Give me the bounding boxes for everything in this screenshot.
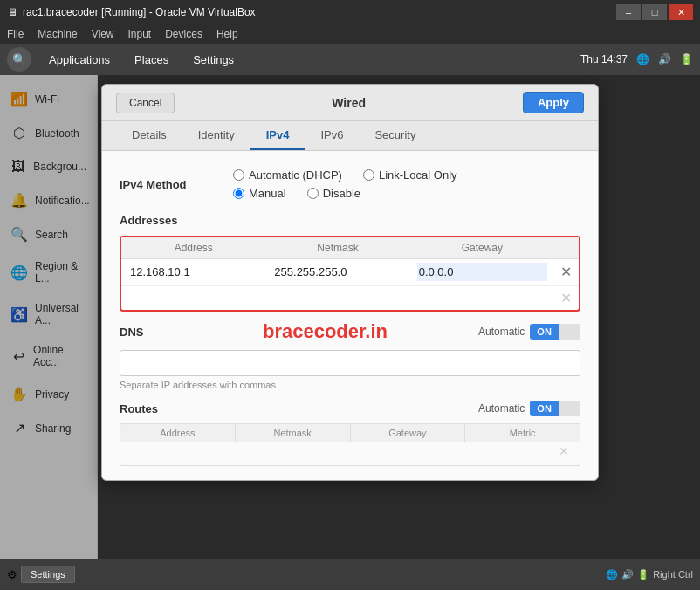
routes-label: Routes: [120, 402, 189, 415]
volume-status-icon: 🔊: [621, 569, 634, 580]
tab-details[interactable]: Details: [116, 121, 182, 150]
dialog-overlay: Cancel Wired Apply Details Identity IPv4…: [0, 75, 700, 559]
dns-label: DNS: [120, 326, 172, 339]
settings-button[interactable]: Settings: [21, 566, 75, 583]
radio-auto-dhcp-label: Automatic (DHCP): [249, 168, 342, 182]
tab-security[interactable]: Security: [359, 121, 431, 150]
routes-empty-1: [120, 442, 230, 465]
dns-toggle-off[interactable]: [559, 324, 580, 340]
addr-delete-button[interactable]: ✕: [560, 265, 572, 279]
addresses-table: Address Netmask Gateway: [120, 236, 580, 312]
title-bar-controls[interactable]: – □ ✕: [616, 4, 693, 20]
title-bar-left: 🖥 rac1.bracecoder [Running] - Oracle VM …: [7, 6, 256, 18]
top-panel-right: Thu 14:37 🌐 🔊 🔋: [580, 53, 693, 65]
dialog-header: Cancel Wired Apply: [102, 85, 598, 121]
radio-row-2: Manual Disable: [233, 187, 457, 200]
volume-icon: 🔊: [658, 53, 671, 65]
title-bar: 🖥 rac1.bracecoder [Running] - Oracle VM …: [0, 0, 700, 24]
radio-auto-dhcp-input[interactable]: [233, 169, 244, 181]
routes-col-gateway: Gateway: [351, 424, 466, 442]
routes-empty-3: [338, 442, 447, 465]
routes-header-row: Routes Automatic ON: [120, 401, 580, 416]
menu-help[interactable]: Help: [216, 28, 238, 40]
addr-col-netmask: Netmask: [265, 237, 409, 258]
top-panel-left: 🔍 Applications Places Settings: [7, 47, 241, 72]
dns-watermark: bracecoder.in: [172, 320, 478, 343]
routes-del-col: ✕: [555, 442, 580, 465]
addr-input-netmask[interactable]: [272, 263, 402, 281]
minimize-button[interactable]: –: [616, 4, 641, 20]
routes-empty-row: ✕: [120, 442, 580, 466]
apply-button[interactable]: Apply: [523, 92, 584, 113]
radio-manual[interactable]: Manual: [233, 187, 286, 200]
dns-header-row: DNS bracecoder.in Automatic ON: [120, 320, 580, 343]
settings-icon: ⚙: [7, 568, 17, 581]
dialog-body: IPv4 Method Automatic (DHCP) Link-Local …: [102, 151, 598, 480]
addr-cell-gateway[interactable]: [410, 259, 554, 285]
dns-toggle-on[interactable]: ON: [530, 324, 559, 340]
routes-auto-label: Automatic: [478, 402, 525, 415]
addr-col-address: Address: [121, 237, 265, 258]
menu-file[interactable]: File: [7, 28, 24, 40]
search-button[interactable]: 🔍: [7, 47, 31, 72]
nav-settings[interactable]: Settings: [186, 51, 241, 68]
dns-input-box[interactable]: [120, 350, 580, 376]
routes-col-address: Address: [120, 424, 236, 442]
addr-col-gateway: Gateway: [410, 237, 554, 258]
routes-toggle-on[interactable]: ON: [530, 401, 559, 416]
radio-disable[interactable]: Disable: [307, 187, 360, 200]
addr-delete-button-2[interactable]: ✕: [560, 292, 572, 305]
bottom-left: ⚙ Settings: [7, 566, 75, 583]
nav-applications[interactable]: Applications: [42, 51, 117, 68]
tab-identity[interactable]: Identity: [182, 121, 250, 150]
ipv4-method-label: IPv4 Method: [120, 178, 224, 191]
radio-link-local-input[interactable]: [363, 169, 374, 181]
routes-table-header: Address Netmask Gateway Metric: [120, 423, 580, 442]
clock: Thu 14:37: [580, 53, 628, 65]
addr-cell-address[interactable]: [121, 259, 265, 285]
nav-places[interactable]: Places: [127, 51, 175, 68]
keyboard-shortcut-label: Right Ctrl: [653, 569, 693, 580]
maximize-button[interactable]: □: [642, 4, 667, 20]
menu-input[interactable]: Input: [128, 28, 152, 40]
routes-col-metric: Metric: [465, 424, 580, 442]
addr-empty-1: [121, 286, 265, 310]
addresses-section: Addresses Address Netmask Gateway: [120, 214, 580, 312]
dns-hint: Separate IP addresses with commas: [120, 380, 580, 390]
menu-devices[interactable]: Devices: [165, 28, 202, 40]
radio-disable-input[interactable]: [307, 188, 319, 199]
dns-section: DNS bracecoder.in Automatic ON Separate …: [120, 320, 580, 390]
routes-col-netmask: Netmask: [236, 424, 351, 442]
menu-bar: File Machine View Input Devices Help: [0, 24, 700, 44]
bottom-right: 🌐 🔊 🔋 Right Ctrl: [606, 569, 693, 580]
routes-empty-4: [447, 442, 556, 465]
radio-auto-dhcp[interactable]: Automatic (DHCP): [233, 168, 342, 182]
routes-section: Routes Automatic ON Address Netmask Gate…: [120, 401, 580, 466]
bottom-bar: ⚙ Settings 🌐 🔊 🔋 Right Ctrl: [0, 559, 700, 590]
app-icon: 🖥: [7, 6, 17, 18]
radio-manual-input[interactable]: [233, 188, 244, 199]
routes-toggle-off[interactable]: [559, 401, 580, 416]
dialog-tabs: Details Identity IPv4 IPv6 Security: [102, 121, 598, 151]
network-status-icon: 🌐: [606, 569, 618, 580]
tab-ipv6[interactable]: IPv6: [305, 121, 359, 150]
addr-header: Address Netmask Gateway: [121, 237, 579, 259]
dialog-title: Wired: [175, 96, 523, 110]
routes-delete-button[interactable]: ✕: [555, 442, 573, 461]
routes-empty-2: [230, 442, 339, 465]
dns-auto-label: Automatic: [478, 326, 525, 338]
battery-icon: 🔋: [680, 53, 693, 65]
addr-cell-netmask[interactable]: [265, 259, 409, 285]
addr-input-gateway[interactable]: [417, 263, 547, 281]
cancel-button[interactable]: Cancel: [116, 93, 175, 113]
close-button[interactable]: ✕: [669, 4, 693, 20]
addr-input-address[interactable]: [128, 263, 258, 281]
menu-view[interactable]: View: [92, 28, 114, 40]
tab-ipv4[interactable]: IPv4: [250, 121, 305, 150]
addr-data-row: ✕: [121, 259, 579, 285]
radio-link-local-label: Link-Local Only: [379, 168, 457, 182]
menu-machine[interactable]: Machine: [38, 28, 77, 40]
radio-link-local[interactable]: Link-Local Only: [363, 168, 457, 182]
addr-empty-3: [410, 286, 554, 310]
addr-empty-row: ✕: [121, 285, 579, 310]
